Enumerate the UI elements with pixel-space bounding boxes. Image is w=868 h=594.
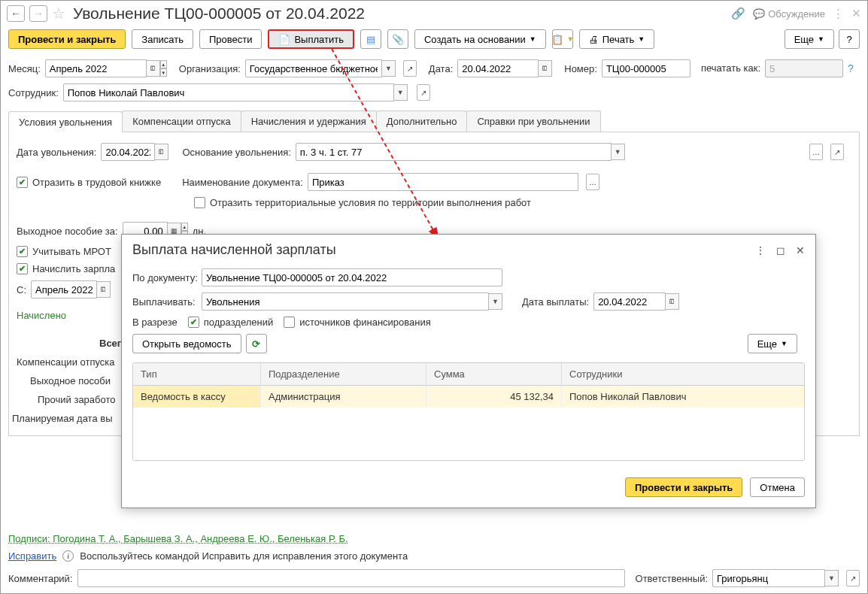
labor-book-label: Отразить в трудовой книжке [32,177,161,188]
print-as-help[interactable]: ? [848,62,854,74]
resp-open[interactable]: ↗ [846,570,860,586]
month-up[interactable]: ▲ [160,60,167,68]
modal-paydate-input[interactable] [593,292,666,311]
docname-more[interactable]: … [586,174,599,190]
comment-input[interactable] [77,569,625,587]
attach-icon-button[interactable]: 📎 [387,29,408,49]
col-sum[interactable]: Сумма [426,363,562,386]
col-emp[interactable]: Сотрудники [562,363,804,386]
reason-open[interactable]: ↗ [830,144,844,160]
date-input[interactable] [457,59,539,77]
modal-pay-dropdown[interactable]: ▼ [489,293,502,310]
col-type[interactable]: Тип [133,363,261,386]
modal-cancel-button[interactable]: Отмена [750,477,805,497]
month-down[interactable]: ▼ [160,68,167,77]
post-and-close-button[interactable]: Провести и закрыть [8,29,126,49]
refresh-button[interactable]: ⟳ [246,334,267,353]
from-input[interactable] [31,280,97,299]
resp-input[interactable] [712,569,825,587]
modal-post-close-button[interactable]: Провести и закрыть [625,477,742,497]
open-statement-button[interactable]: Открыть ведомость [132,334,241,353]
fix-link[interactable]: Исправить [8,550,56,562]
modal-pay-input[interactable] [202,292,489,311]
sev-up[interactable]: ▲ [181,223,188,231]
calendar-icon[interactable]: 🗓 [147,60,160,77]
territorial-checkbox[interactable] [194,197,205,208]
close-icon[interactable]: ✕ [851,7,861,20]
tab-refs[interactable]: Справки при увольнении [466,111,600,132]
cut-dept-checkbox[interactable] [188,317,199,328]
tab-extra[interactable]: Дополнительно [376,111,468,132]
copy-dropdown-button[interactable]: 📋 ▼ [552,29,573,49]
org-label: Организация: [179,63,241,74]
reason-more[interactable]: … [809,144,823,160]
info-icon: i [62,550,74,562]
more-menu-icon[interactable]: ⋮ [833,7,844,20]
cut-label: В разрезе [132,317,178,328]
document-icon: 📄 [278,34,290,45]
labor-book-checkbox[interactable] [17,177,28,188]
cut-src-checkbox[interactable] [284,317,295,328]
cut-src-label: источников финансирования [299,317,431,328]
emp-dropdown[interactable]: ▼ [394,84,408,101]
chat-icon: 💬 [753,8,765,20]
modal-pay-label: Выплачивать: [132,296,197,308]
docname-input[interactable] [308,173,578,191]
save-button[interactable]: Записать [132,29,193,49]
modal-more-button[interactable]: Еще ▼ [748,334,797,353]
statements-table: Тип Подразделение Сумма Сотрудники Ведом… [132,362,805,461]
modal-maximize-icon[interactable]: ◻ [776,244,785,256]
print-as-label: печатать как: [701,63,760,74]
term-date-input[interactable] [101,143,155,161]
more-button[interactable]: Еще ▼ [785,29,834,49]
cut-dept-label: подразделений [204,317,273,328]
pay-button[interactable]: 📄Выплатить [268,29,354,49]
accrue-checkbox[interactable] [17,263,28,274]
modal-menu-icon[interactable]: ⋮ [755,244,766,256]
emp-label: Сотрудник: [8,87,59,98]
create-based-button[interactable]: Создать на основании ▼ [414,29,546,49]
link-icon[interactable]: 🔗 [731,7,745,20]
signatures-link[interactable]: Подписи: Погодина Т. А., Барышева З. А.,… [8,533,348,544]
month-input[interactable] [45,59,147,77]
col-dept[interactable]: Подразделение [261,363,426,386]
term-date-cal[interactable]: 🗓 [155,144,168,160]
discuss-btn[interactable]: 💬Обсуждение [753,8,825,20]
emp-open[interactable]: ↗ [417,84,430,101]
emp-input[interactable] [63,83,394,102]
page-title: Увольнение ТЦ00-000005 от 20.04.2022 [73,5,365,23]
cell-emp: Попов Николай Павлович [562,386,804,408]
tab-comp[interactable]: Компенсации отпуска [122,111,241,132]
tab-accruals[interactable]: Начисления и удержания [241,111,377,132]
date-label: Дата: [429,63,453,74]
date-cal-icon[interactable]: 🗓 [539,60,552,77]
table-row[interactable]: Ведомость в кассу Администрация 45 132,3… [133,386,804,408]
num-input[interactable] [602,59,690,77]
print-button[interactable]: 🖨 Печать ▼ [579,29,655,49]
org-open[interactable]: ↗ [403,60,417,77]
modal-title: Выплата начисленной зарплаты [132,242,336,258]
modal-doc-label: По документу: [132,272,197,283]
mrot-label: Учитывать МРОТ [32,246,111,257]
territorial-label: Отразить территориальные условия по терр… [210,197,531,208]
org-dropdown[interactable]: ▼ [382,60,396,77]
nav-fwd[interactable]: → [29,5,47,22]
payout-modal: Выплата начисленной зарплаты ⋮ ◻ ✕ По до… [121,234,816,508]
reason-input[interactable] [296,143,612,161]
favorite-star-icon[interactable]: ☆ [52,5,65,23]
post-button[interactable]: Провести [199,29,263,49]
modal-close-icon[interactable]: ✕ [796,244,805,256]
form-icon-button[interactable]: ▤ [360,29,381,49]
nav-back[interactable]: ← [7,5,25,22]
org-input[interactable] [245,59,382,77]
print-as-input[interactable] [765,59,843,77]
modal-doc-input[interactable] [202,268,502,286]
tab-conditions[interactable]: Условия увольнения [8,111,123,132]
from-cal[interactable]: 🗓 [97,281,111,298]
mrot-checkbox[interactable] [17,246,28,257]
comment-label: Комментарий: [8,573,73,584]
reason-dropdown[interactable]: ▼ [612,144,625,160]
help-button[interactable]: ? [839,29,860,49]
modal-paydate-cal[interactable]: 🗓 [666,293,679,310]
resp-dropdown[interactable]: ▼ [825,570,839,586]
